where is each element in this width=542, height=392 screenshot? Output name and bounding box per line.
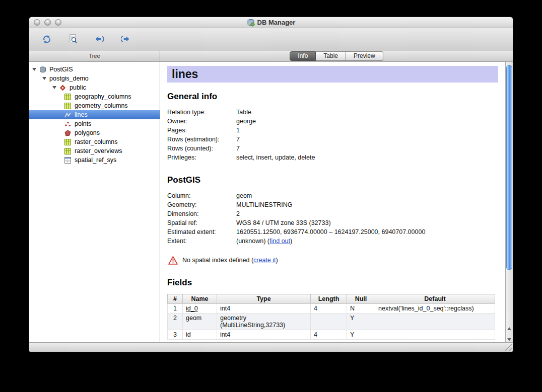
tree-item-label: public [70, 84, 86, 91]
tree-item-polygons[interactable]: polygons [29, 128, 160, 137]
detail-panel: Info Table Preview lines General info Re… [160, 51, 513, 342]
tab-info[interactable]: Info [290, 51, 316, 61]
create-it-link[interactable]: create it [253, 257, 276, 264]
field-null: Y [347, 330, 375, 340]
tree-item-geography-columns[interactable]: geography_columns [29, 92, 160, 101]
field-length: 4 [311, 330, 347, 340]
info-value: 1 [236, 126, 498, 135]
info-value: MULTILINESTRING [236, 200, 498, 209]
points-layer-icon [64, 121, 72, 127]
col-header-length: Length [311, 294, 347, 304]
info-label: Geometry: [167, 200, 236, 209]
refresh-button[interactable] [39, 32, 54, 47]
tree-item-geometry-columns[interactable]: geometry_columns [29, 101, 160, 110]
field-length [311, 313, 347, 330]
field-default [375, 313, 495, 330]
system-table-icon [64, 157, 72, 164]
export-file-button[interactable] [118, 32, 133, 47]
tree-item-label: polygons [75, 129, 100, 136]
col-header-num: # [168, 294, 183, 304]
polygons-layer-icon [64, 130, 72, 136]
tree-item-label: spatial_ref_sys [75, 156, 116, 164]
db-manager-icon [247, 19, 255, 27]
scroll-up-arrow-icon[interactable] [507, 327, 511, 330]
page-title: lines [172, 67, 494, 81]
status-bar [29, 342, 513, 352]
info-label: Owner: [167, 117, 236, 126]
expand-triangle-icon[interactable] [52, 86, 56, 89]
import-layer-button[interactable] [92, 32, 107, 47]
table-row: 2 geom geometry (MultiLineString,32733) … [168, 313, 495, 330]
info-row: Column: geom [167, 191, 498, 200]
field-name: id [183, 330, 217, 340]
field-num: 2 [168, 313, 183, 330]
field-default [375, 330, 495, 340]
warning-text: No spatial index defined (create it) [182, 256, 278, 265]
tab-table[interactable]: Table [316, 51, 346, 61]
field-length: 4 [311, 304, 347, 313]
tree-item-label: raster_overviews [75, 147, 122, 154]
tree: PostGIS postgis_demo public [29, 62, 160, 342]
info-row: Owner: george [167, 117, 498, 126]
info-row: Pages: 1 [167, 126, 498, 135]
info-value: 7 [236, 144, 498, 153]
section-heading: Fields [167, 278, 498, 288]
fields-table: # Name Type Length Null Default [167, 294, 495, 340]
minimize-button[interactable] [44, 19, 51, 26]
tree-item-lines[interactable]: lines [29, 110, 160, 119]
main-area: Tree PostGIS postgis_demo [29, 51, 513, 342]
info-label: Privileges: [167, 153, 236, 162]
col-header-default: Default [375, 294, 495, 304]
tab-preview[interactable]: Preview [346, 51, 383, 61]
general-info-section: General info Relation type: Table Owner:… [167, 92, 498, 162]
window-title: DB Manager [247, 19, 296, 27]
expand-triangle-icon[interactable] [32, 68, 36, 71]
table-header-row: # Name Type Length Null Default [168, 294, 495, 304]
sql-window-icon [69, 33, 78, 45]
table-icon [64, 148, 72, 154]
expand-triangle-icon[interactable] [42, 77, 46, 80]
tree-item-spatial-ref-sys[interactable]: spatial_ref_sys [29, 155, 160, 165]
info-label: Relation type: [167, 108, 236, 117]
info-value: WGS 84 / UTM zone 33S (32733) [236, 218, 498, 227]
tree-item-raster-columns[interactable]: raster_columns [29, 137, 160, 146]
resize-grip[interactable] [505, 344, 512, 351]
tree-item-postgis[interactable]: PostGIS [29, 65, 160, 74]
lines-layer-icon [64, 112, 72, 118]
field-type: int4 [217, 330, 311, 340]
info-label: Rows (estimation): [167, 135, 236, 144]
tree-item-raster-overviews[interactable]: raster_overviews [29, 146, 160, 155]
tree-item-label: PostGIS [49, 66, 73, 73]
tree-item-postgis-demo[interactable]: postgis_demo [29, 74, 160, 83]
info-row: Relation type: Table [167, 108, 498, 117]
info-row: Estimated extent: 1620551.12500, 6936774… [167, 227, 498, 237]
tree-item-public[interactable]: public [29, 83, 160, 92]
info-label: Column: [167, 191, 236, 200]
info-row: Spatial ref: WGS 84 / UTM zone 33S (3273… [167, 218, 498, 227]
col-header-null: Null [347, 294, 375, 304]
warning-prefix: No spatial index defined ( [182, 257, 253, 264]
info-row: Dimension: 2 [167, 209, 498, 218]
close-button[interactable] [34, 19, 40, 26]
window-title-text: DB Manager [257, 19, 296, 26]
info-value: select, insert, update, delete [236, 153, 498, 162]
info-row: Rows (estimation): 7 [167, 135, 498, 144]
find-out-link[interactable]: find out [269, 238, 290, 245]
tree-panel-header: Tree [29, 51, 160, 62]
field-name-link[interactable]: id_0 [186, 305, 198, 312]
vertical-scrollbar[interactable] [505, 62, 513, 342]
refresh-icon [42, 33, 51, 45]
tree-item-points[interactable]: points [29, 119, 160, 128]
info-label: Spatial ref: [167, 218, 236, 227]
info-label: Dimension: [167, 209, 236, 218]
sql-window-button[interactable] [65, 32, 81, 47]
extent-value-suffix: ) [290, 238, 292, 245]
field-type: int4 [217, 304, 311, 313]
postgis-section: PostGIS Column: geom Geometry: MULTILINE… [167, 175, 498, 265]
zoom-button[interactable] [55, 19, 61, 26]
scrollbar-thumb[interactable] [506, 65, 512, 270]
table-icon [64, 103, 72, 109]
tree-item-label: postgis_demo [49, 75, 89, 82]
db-manager-window: DB Manager [29, 17, 513, 352]
scroll-down-arrow-icon[interactable] [507, 338, 511, 341]
